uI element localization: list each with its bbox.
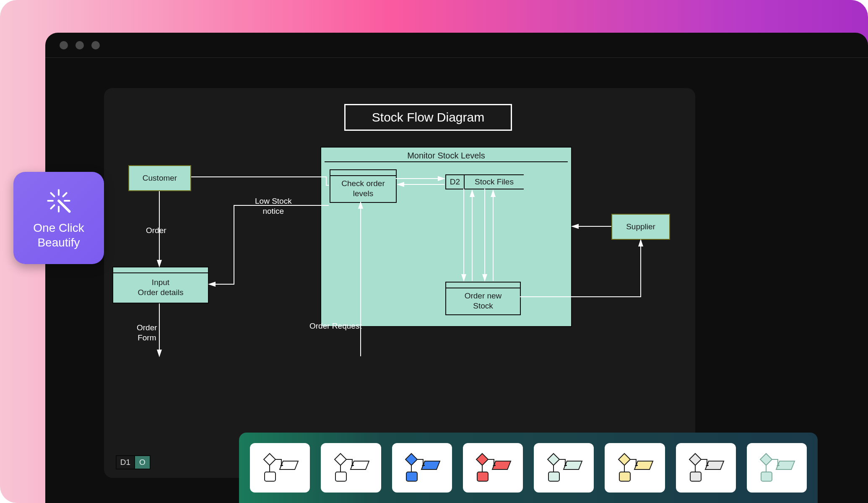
datastore-d1[interactable]: D1 O	[116, 455, 151, 469]
svg-marker-24	[335, 454, 346, 465]
style-swatch-gray[interactable]	[676, 443, 736, 493]
node-input-order-details[interactable]: Input Order details	[112, 267, 209, 303]
svg-line-17	[51, 205, 54, 209]
node-label: levels	[353, 189, 374, 199]
svg-marker-49	[689, 454, 701, 465]
datastore-stock-files[interactable]: D2 Stock Files	[445, 174, 524, 189]
window-maximize-button[interactable]	[91, 41, 100, 49]
edge-label-low-stock-2: notice	[262, 207, 284, 215]
datastore-label: Stock Files	[465, 175, 524, 189]
svg-rect-35	[477, 472, 488, 481]
edge-label-order: Order	[146, 226, 166, 236]
edge-label-order-form-2: Form	[138, 333, 156, 342]
svg-rect-30	[406, 472, 417, 481]
svg-marker-39	[548, 454, 559, 465]
style-swatch-mint[interactable]	[534, 443, 594, 493]
container-header-label: Monitor Stock Levels	[325, 151, 568, 162]
datastore-id: D1	[117, 456, 135, 469]
container-monitor-stock[interactable]: Monitor Stock Levels Check order levels …	[320, 147, 572, 327]
svg-marker-19	[264, 454, 275, 465]
svg-rect-50	[690, 472, 701, 481]
window-title-bar	[45, 33, 868, 58]
svg-line-14	[51, 193, 54, 196]
datastore-id: D2	[446, 175, 465, 189]
style-swatch-yellow[interactable]	[605, 443, 665, 493]
node-label: Order details	[138, 288, 184, 298]
edge-label-order-request: Order Request	[309, 321, 362, 331]
node-label: Order new	[465, 291, 502, 301]
svg-line-18	[59, 201, 70, 212]
node-order-new-stock[interactable]: Order new Stock	[445, 282, 521, 315]
style-swatch-outline-black[interactable]	[250, 443, 310, 493]
node-label: Stock	[473, 301, 493, 311]
svg-rect-25	[335, 472, 346, 481]
window-close-button[interactable]	[60, 41, 68, 49]
style-swatch-outline-black-2[interactable]	[321, 443, 381, 493]
edge-label-low-stock-1: Low Stock	[255, 197, 292, 205]
node-label: Input	[152, 277, 169, 288]
window-minimize-button[interactable]	[75, 41, 84, 49]
svg-marker-29	[405, 454, 417, 465]
beautify-promo-card[interactable]: One Click Beautify	[13, 172, 104, 264]
node-customer[interactable]: Customer	[128, 165, 191, 191]
node-label: Check order	[341, 179, 385, 189]
datastore-label: O	[135, 456, 150, 469]
diagram-title-block[interactable]: Stock Flow Diagram	[344, 104, 512, 131]
svg-rect-40	[548, 472, 559, 481]
style-palette	[239, 433, 818, 503]
svg-marker-34	[476, 454, 488, 465]
node-label: Supplier	[626, 222, 655, 231]
edge-label-order-form-1: Order	[137, 323, 157, 332]
beautify-label-2: Beautify	[37, 236, 80, 249]
svg-marker-54	[760, 454, 772, 465]
node-check-order-levels[interactable]: Check order levels	[330, 169, 397, 203]
diagram-canvas[interactable]: Stock Flow Diagram Monitor Stock Levels …	[104, 88, 695, 478]
svg-rect-45	[619, 472, 630, 481]
style-swatch-red[interactable]	[463, 443, 523, 493]
svg-line-16	[63, 193, 67, 196]
diagram-title-text: Stock Flow Diagram	[372, 110, 484, 124]
style-swatch-blue[interactable]	[392, 443, 452, 493]
beautify-label-1: One Click	[33, 221, 84, 234]
style-swatch-teal-light[interactable]	[747, 443, 807, 493]
svg-marker-44	[619, 454, 630, 465]
svg-rect-55	[761, 472, 772, 481]
svg-rect-20	[265, 472, 275, 481]
node-supplier[interactable]: Supplier	[611, 214, 670, 240]
node-label: Customer	[143, 174, 177, 183]
sparkle-wand-icon	[44, 186, 73, 217]
